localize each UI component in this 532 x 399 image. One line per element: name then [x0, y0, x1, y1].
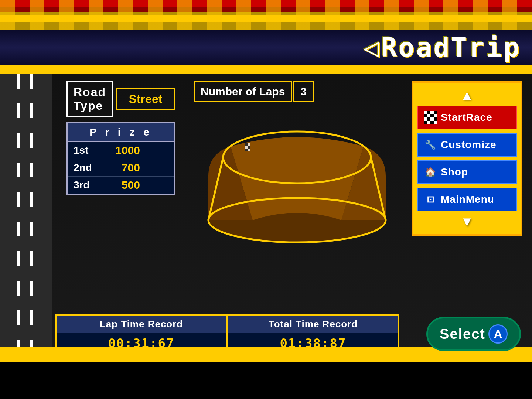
laps-value[interactable]: 3 [293, 81, 314, 102]
customize-button[interactable]: 🔧 Customize [417, 133, 517, 157]
amount-2nd: 700 [110, 161, 140, 174]
checkered-flag-icon [424, 111, 437, 124]
main-content-wrapper: Road Type Street P r i z e 1st 1000 2nd … [0, 74, 532, 362]
top-banner [0, 0, 532, 30]
svg-rect-6 [245, 143, 248, 146]
shop-label: Shop [441, 166, 468, 178]
table-row: 1st 1000 [68, 142, 174, 159]
customize-label: Customize [441, 139, 497, 151]
right-panel: ▲ StartRace 🔧 Customize [412, 81, 522, 355]
svg-rect-7 [248, 146, 250, 149]
track-svg [190, 109, 404, 250]
start-race-label: StartRace [441, 112, 492, 123]
center-content: Number of Laps 3 [183, 81, 404, 355]
laps-row: Number of Laps 3 [194, 81, 314, 102]
left-panel: Road Type Street P r i z e 1st 1000 2nd … [66, 81, 175, 355]
shop-icon: 🏠 [424, 166, 437, 179]
road-line-right [30, 74, 33, 362]
title-bar: ◁RoadTrip [0, 30, 532, 66]
place-2nd: 2nd [74, 162, 99, 174]
amount-3rd: 500 [110, 179, 140, 191]
prize-header: P r i z e [68, 123, 174, 142]
select-text: Select [440, 326, 485, 342]
arrow-up-icon[interactable]: ▲ [460, 89, 474, 102]
road-type-row: Road Type Street [66, 81, 175, 117]
table-row: 3rd 500 [68, 177, 174, 194]
main-menu-label: MainMenu [441, 194, 494, 205]
road-strip [0, 74, 52, 362]
total-time-label: Total Time Record [228, 316, 398, 333]
arrow-down-icon[interactable]: ▼ [460, 215, 474, 228]
road-line-left [17, 74, 20, 362]
menu-icon: ⊡ [424, 193, 437, 206]
yellow-separator-top [0, 66, 532, 74]
prize-table: P r i z e 1st 1000 2nd 700 3rd 500 [66, 122, 175, 195]
track-preview [190, 109, 404, 250]
menu-container: ▲ StartRace 🔧 Customize [412, 81, 522, 236]
a-badge: A [488, 324, 508, 344]
shop-button[interactable]: 🏠 Shop [417, 160, 517, 184]
select-a-button[interactable]: Select A [426, 317, 521, 351]
game-title: ◁RoadTrip [364, 32, 521, 63]
svg-rect-8 [245, 149, 248, 151]
place-3rd: 3rd [74, 179, 99, 191]
road-type-label: Road Type [66, 81, 113, 117]
place-1st: 1st [74, 144, 99, 156]
amount-1st: 1000 [110, 144, 140, 157]
main-menu-button[interactable]: ⊡ MainMenu [417, 188, 517, 211]
start-race-button[interactable]: StartRace [417, 106, 517, 129]
table-row: 2nd 700 [68, 159, 174, 177]
main-content: Road Type Street P r i z e 1st 1000 2nd … [0, 74, 532, 362]
road-type-value[interactable]: Street [116, 88, 175, 110]
wrench-icon: 🔧 [424, 138, 437, 151]
laps-label: Number of Laps [194, 81, 292, 102]
